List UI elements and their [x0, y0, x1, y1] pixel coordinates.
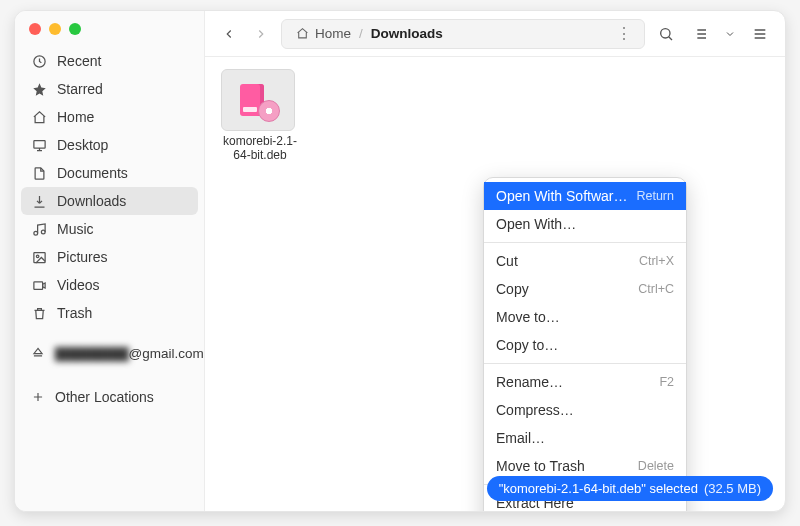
file-grid[interactable]: komorebi-2.1-64-bit.deb Open With Softwa… [205, 57, 785, 511]
star-icon [31, 81, 47, 97]
sidebar: RecentStarredHomeDesktopDocumentsDownloa… [15, 11, 205, 511]
view-options-button[interactable] [721, 19, 739, 49]
eject-icon [31, 346, 45, 360]
context-menu-label: Copy [496, 281, 529, 297]
video-icon [31, 277, 47, 293]
search-icon [658, 26, 674, 42]
desktop-icon [31, 137, 47, 153]
breadcrumb-label: Downloads [371, 26, 443, 41]
sidebar-item-desktop[interactable]: Desktop [21, 131, 198, 159]
context-menu-accel: F2 [659, 375, 674, 389]
svg-point-3 [41, 230, 45, 234]
context-menu-label: Open With… [496, 216, 576, 232]
context-menu-label: Move to… [496, 309, 560, 325]
file-item[interactable]: komorebi-2.1-64-bit.deb [221, 69, 299, 163]
account-name: ▇▇▇▇▇▇▇@gmail.com [55, 345, 204, 361]
breadcrumb-home[interactable]: Home [290, 26, 357, 41]
toolbar: Home / Downloads ⋮ [205, 11, 785, 57]
sidebar-item-label: Desktop [57, 137, 108, 153]
trash-icon [31, 305, 47, 321]
hamburger-menu-button[interactable] [747, 19, 773, 49]
sidebar-item-label: Recent [57, 53, 101, 69]
status-size: (32.5 MB) [704, 481, 761, 496]
context-menu-label: Email… [496, 430, 545, 446]
sidebar-item-label: Videos [57, 277, 100, 293]
svg-rect-1 [33, 140, 44, 148]
menu-icon [752, 26, 768, 42]
clock-icon [31, 53, 47, 69]
sidebar-item-label: Trash [57, 305, 92, 321]
sidebar-item-label: Documents [57, 165, 128, 181]
file-manager-window: RecentStarredHomeDesktopDocumentsDownloa… [14, 10, 786, 512]
context-menu-label: Move to Trash [496, 458, 585, 474]
sidebar-account[interactable]: ▇▇▇▇▇▇▇@gmail.com [21, 339, 198, 367]
context-menu-item[interactable]: Rename…F2 [484, 368, 686, 396]
sidebar-item-starred[interactable]: Starred [21, 75, 198, 103]
svg-rect-6 [33, 281, 42, 289]
home-icon [296, 27, 309, 40]
window-controls [15, 11, 204, 45]
main-pane: Home / Downloads ⋮ [205, 11, 785, 511]
sidebar-item-recent[interactable]: Recent [21, 47, 198, 75]
context-menu-separator [484, 242, 686, 243]
view-list-button[interactable] [687, 19, 713, 49]
svg-point-2 [33, 231, 37, 235]
sidebar-other-locations[interactable]: Other Locations [21, 383, 198, 411]
sidebar-item-label: Starred [57, 81, 103, 97]
maximize-window-button[interactable] [69, 23, 81, 35]
breadcrumb-separator: / [357, 26, 365, 41]
breadcrumb-label: Home [315, 26, 351, 41]
context-menu-accel: Ctrl+C [638, 282, 674, 296]
sidebar-item-label: Pictures [57, 249, 108, 265]
status-bar: "komorebi-2.1-64-bit.deb" selected (32.5… [487, 476, 773, 501]
download-icon [31, 193, 47, 209]
context-menu-label: Cut [496, 253, 518, 269]
chevron-down-icon [724, 28, 736, 40]
sidebar-item-label: Music [57, 221, 94, 237]
file-icon [221, 69, 295, 131]
sidebar-item-documents[interactable]: Documents [21, 159, 198, 187]
breadcrumb-downloads[interactable]: Downloads [365, 26, 449, 41]
status-text: "komorebi-2.1-64-bit.deb" selected [499, 481, 698, 496]
sidebar-item-music[interactable]: Music [21, 215, 198, 243]
minimize-window-button[interactable] [49, 23, 61, 35]
context-menu: Open With Software InstallReturnOpen Wit… [483, 177, 687, 512]
context-menu-item[interactable]: Email… [484, 424, 686, 452]
svg-point-5 [36, 255, 39, 258]
path-menu-button[interactable]: ⋮ [612, 24, 636, 43]
svg-point-7 [661, 28, 670, 37]
context-menu-label: Copy to… [496, 337, 558, 353]
sidebar-item-trash[interactable]: Trash [21, 299, 198, 327]
back-button[interactable] [217, 19, 241, 49]
context-menu-item[interactable]: CopyCtrl+C [484, 275, 686, 303]
close-window-button[interactable] [29, 23, 41, 35]
context-menu-item[interactable]: Open With Software InstallReturn [484, 182, 686, 210]
sidebar-item-label: Home [57, 109, 94, 125]
sidebar-item-home[interactable]: Home [21, 103, 198, 131]
list-icon [692, 26, 708, 42]
picture-icon [31, 249, 47, 265]
context-menu-item[interactable]: Compress… [484, 396, 686, 424]
svg-rect-4 [33, 252, 44, 262]
deb-package-icon [236, 78, 280, 122]
context-menu-item[interactable]: Copy to… [484, 331, 686, 359]
context-menu-item[interactable]: CutCtrl+X [484, 247, 686, 275]
context-menu-accel: Ctrl+X [639, 254, 674, 268]
sidebar-item-downloads[interactable]: Downloads [21, 187, 198, 215]
sidebar-item-videos[interactable]: Videos [21, 271, 198, 299]
forward-button[interactable] [249, 19, 273, 49]
context-menu-accel: Delete [638, 459, 674, 473]
path-bar[interactable]: Home / Downloads ⋮ [281, 19, 645, 49]
context-menu-label: Open With Software Install [496, 188, 628, 204]
context-menu-item[interactable]: Open With… [484, 210, 686, 238]
file-name: komorebi-2.1-64-bit.deb [221, 135, 299, 163]
sidebar-item-label: Downloads [57, 193, 126, 209]
search-button[interactable] [653, 19, 679, 49]
context-menu-item[interactable]: Move to… [484, 303, 686, 331]
sidebar-item-pictures[interactable]: Pictures [21, 243, 198, 271]
plus-icon [31, 390, 45, 404]
home-icon [31, 109, 47, 125]
context-menu-label: Rename… [496, 374, 563, 390]
context-menu-separator [484, 363, 686, 364]
context-menu-label: Compress… [496, 402, 574, 418]
